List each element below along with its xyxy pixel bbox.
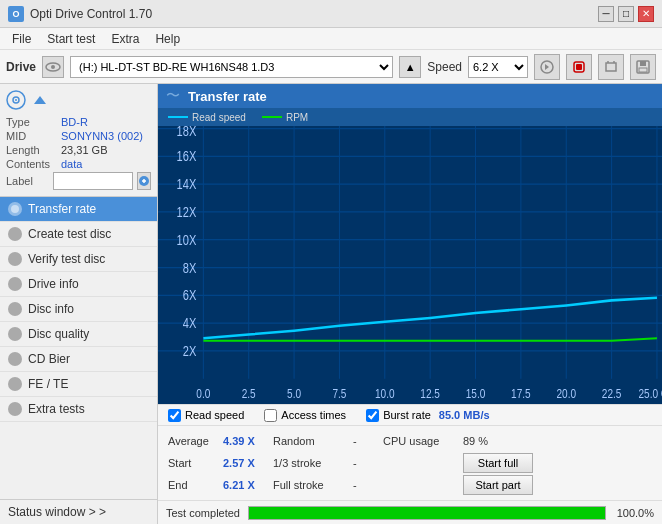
full-stroke-value: - (353, 479, 383, 491)
label-input[interactable] (53, 172, 133, 190)
menu-bar: File Start test Extra Help (0, 28, 662, 50)
nav-drive-info[interactable]: Drive info (0, 272, 157, 297)
nav-create-test-disc-label: Create test disc (28, 227, 111, 241)
legend-read-speed: Read speed (168, 112, 246, 123)
chart-header: 〜 Transfer rate (158, 84, 662, 108)
svg-rect-4 (576, 64, 582, 70)
main-content: Type BD-R MID SONYNN3 (002) Length 23,31… (0, 84, 662, 524)
nav-disc-quality-label: Disc quality (28, 327, 89, 341)
start-full-button[interactable]: Start full (463, 453, 533, 473)
label-label: Label (6, 175, 49, 187)
action-btn-2[interactable] (566, 54, 592, 80)
svg-text:10X: 10X (177, 233, 197, 248)
svg-text:4X: 4X (183, 316, 197, 331)
chart-legend: Read speed RPM (158, 108, 662, 126)
speed-label: Speed (427, 60, 462, 74)
menu-help[interactable]: Help (147, 30, 188, 48)
minimize-button[interactable]: ─ (598, 6, 614, 22)
status-window-label: Status window > > (8, 505, 106, 519)
chart-svg: 2X 4X 6X 8X 10X 12X 14X 16X 18X 0.0 2.5 … (158, 126, 662, 404)
action-btn-3[interactable] (598, 54, 624, 80)
progress-bar-container (248, 506, 606, 520)
speed-select[interactable]: 6.2 X (468, 56, 528, 78)
start-part-button[interactable]: Start part (463, 475, 533, 495)
chart-wave-icon: 〜 (166, 87, 180, 105)
svg-text:16X: 16X (177, 149, 197, 164)
svg-text:15.0: 15.0 (466, 387, 486, 400)
access-times-checkbox[interactable] (264, 409, 277, 422)
drive-bar: Drive (H:) HL-DT-ST BD-RE WH16NS48 1.D3 … (0, 50, 662, 84)
svg-text:14X: 14X (177, 177, 197, 192)
svg-rect-7 (639, 68, 647, 72)
read-speed-checkbox[interactable] (168, 409, 181, 422)
stats-area: Average 4.39 X Random - CPU usage 89 % S… (158, 426, 662, 500)
status-window-button[interactable]: Status window > > (0, 499, 157, 524)
svg-text:10.0: 10.0 (375, 387, 395, 400)
svg-text:2.5: 2.5 (242, 387, 256, 400)
access-times-checkbox-item: Access times (264, 409, 346, 422)
svg-marker-11 (34, 96, 46, 104)
svg-rect-14 (158, 126, 662, 404)
random-value: - (353, 435, 383, 447)
menu-start-test[interactable]: Start test (39, 30, 103, 48)
disc-svg-icon (6, 90, 26, 110)
nav-fe-te[interactable]: FE / TE (0, 372, 157, 397)
full-stroke-label: Full stroke (273, 479, 353, 491)
action-btn-1[interactable] (534, 54, 560, 80)
length-label: Length (6, 144, 61, 156)
legend-rpm: RPM (262, 112, 308, 123)
svg-text:0.0: 0.0 (196, 387, 210, 400)
read-speed-color (168, 116, 188, 118)
disc-label-row: Label (6, 172, 151, 190)
label-button[interactable] (137, 172, 151, 190)
svg-text:5.0: 5.0 (287, 387, 301, 400)
rpm-color (262, 116, 282, 118)
close-button[interactable]: ✕ (638, 6, 654, 22)
app-title: Opti Drive Control 1.70 (30, 7, 152, 21)
maximize-button[interactable]: □ (618, 6, 634, 22)
svg-text:8X: 8X (183, 260, 197, 275)
disc-mid-row: MID SONYNN3 (002) (6, 130, 151, 142)
svg-text:7.5: 7.5 (332, 387, 346, 400)
contents-label: Contents (6, 158, 61, 170)
drive-select[interactable]: (H:) HL-DT-ST BD-RE WH16NS48 1.D3 (70, 56, 393, 78)
nav-disc-info[interactable]: Disc info (0, 297, 157, 322)
chart-area: 2X 4X 6X 8X 10X 12X 14X 16X 18X 0.0 2.5 … (158, 126, 662, 404)
disc-type-row: Type BD-R (6, 116, 151, 128)
nav-disc-quality[interactable]: Disc quality (0, 322, 157, 347)
stroke13-value: - (353, 457, 383, 469)
save-button[interactable] (630, 54, 656, 80)
disc-quality-icon (8, 327, 22, 341)
burst-rate-checkbox-label: Burst rate (383, 409, 431, 421)
svg-point-10 (15, 99, 17, 101)
content-area: 〜 Transfer rate Read speed RPM (158, 84, 662, 524)
nav-cd-bier-label: CD Bier (28, 352, 70, 366)
progress-bar-fill (249, 507, 605, 519)
contents-value: data (61, 158, 82, 170)
eject-button[interactable]: ▲ (399, 56, 421, 78)
svg-rect-6 (640, 61, 646, 66)
read-speed-checkbox-item: Read speed (168, 409, 244, 422)
nav-transfer-rate[interactable]: Transfer rate (0, 197, 157, 222)
burst-rate-value: 85.0 MB/s (439, 409, 490, 421)
svg-text:17.5: 17.5 (511, 387, 531, 400)
nav-extra-tests[interactable]: Extra tests (0, 397, 157, 422)
nav-create-test-disc[interactable]: Create test disc (0, 222, 157, 247)
nav-fe-te-label: FE / TE (28, 377, 68, 391)
burst-rate-checkbox[interactable] (366, 409, 379, 422)
drive-info-icon (8, 277, 22, 291)
type-label: Type (6, 116, 61, 128)
create-test-disc-icon (8, 227, 22, 241)
menu-file[interactable]: File (4, 30, 39, 48)
transfer-rate-icon (8, 202, 22, 216)
svg-point-1 (51, 65, 55, 69)
menu-extra[interactable]: Extra (103, 30, 147, 48)
fe-te-icon (8, 377, 22, 391)
svg-text:25.0 GB: 25.0 GB (639, 387, 662, 400)
checkboxes-row: Read speed Access times Burst rate 85.0 … (158, 404, 662, 426)
nav-cd-bier[interactable]: CD Bier (0, 347, 157, 372)
svg-point-13 (11, 205, 19, 213)
title-bar-left: O Opti Drive Control 1.70 (8, 6, 152, 22)
nav-verify-test-disc[interactable]: Verify test disc (0, 247, 157, 272)
svg-text:12.5: 12.5 (420, 387, 440, 400)
